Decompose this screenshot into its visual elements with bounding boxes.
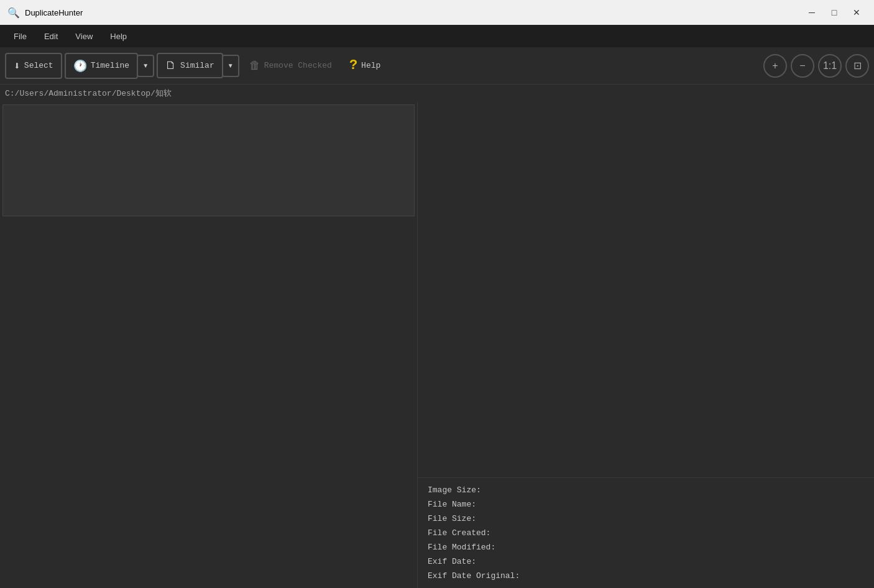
zoom-out-button[interactable]: −	[791, 54, 814, 78]
exif-date-original-label: Exif Date Original:	[428, 571, 864, 581]
file-created-label: File Created:	[428, 528, 864, 538]
zoom-reset-button[interactable]: 1:1	[818, 54, 842, 78]
left-panel	[0, 102, 418, 588]
trash-icon: 🗑	[249, 59, 260, 72]
menu-edit[interactable]: Edit	[35, 28, 67, 45]
file-modified-label: File Modified:	[428, 543, 864, 552]
similar-dropdown[interactable]: ▼	[222, 55, 239, 77]
help-icon: ?	[349, 58, 357, 73]
exif-date-label: Exif Date:	[428, 557, 864, 566]
remove-checked-label: Remove Checked	[264, 61, 332, 70]
app-title: DuplicateHunter	[25, 8, 83, 17]
help-button[interactable]: ? Help	[342, 53, 388, 78]
file-name-label: File Name:	[428, 500, 864, 509]
menu-bar: File Edit View Help	[0, 25, 874, 47]
image-preview-right	[418, 102, 874, 478]
path-bar: C:/Users/Administrator/Desktop/知软	[0, 85, 874, 102]
toolbar: ⬇ Select 🕐 Timeline ▼ 🗋 Similar ▼ 🗑 Remo…	[0, 47, 874, 85]
zoom-fit-button[interactable]: ⊡	[845, 54, 869, 78]
select-label: Select	[24, 61, 53, 70]
select-icon: ⬇	[14, 59, 21, 73]
title-bar: 🔍 DuplicateHunter ─ □ ✕	[0, 0, 874, 25]
remove-checked-button: 🗑 Remove Checked	[242, 54, 339, 77]
title-bar-controls: ─ □ ✕	[802, 4, 867, 21]
file-info-panel: Image Size: File Name: File Size: File C…	[418, 478, 874, 588]
timeline-dropdown[interactable]: ▼	[137, 55, 154, 77]
file-size-label: File Size:	[428, 514, 864, 523]
similar-button[interactable]: 🗋 Similar	[157, 53, 223, 78]
maximize-button[interactable]: □	[824, 4, 844, 21]
current-path: C:/Users/Administrator/Desktop/知软	[5, 88, 172, 99]
similar-icon: 🗋	[165, 59, 177, 72]
timeline-button[interactable]: 🕐 Timeline	[65, 53, 138, 79]
menu-help[interactable]: Help	[101, 28, 136, 45]
toolbar-right: + − 1:1 ⊡	[763, 54, 869, 78]
zoom-in-button[interactable]: +	[763, 54, 787, 78]
main-content: Image Size: File Name: File Size: File C…	[0, 102, 874, 588]
image-preview-top	[2, 104, 415, 216]
image-list-area[interactable]	[0, 219, 417, 588]
timeline-icon: 🕐	[73, 59, 87, 73]
right-panel: Image Size: File Name: File Size: File C…	[418, 102, 874, 588]
title-bar-left: 🔍 DuplicateHunter	[7, 6, 83, 19]
similar-label: Similar	[180, 61, 214, 70]
timeline-label: Timeline	[91, 61, 129, 70]
close-button[interactable]: ✕	[847, 4, 867, 21]
menu-view[interactable]: View	[67, 28, 101, 45]
select-button[interactable]: ⬇ Select	[5, 53, 62, 79]
menu-file[interactable]: File	[5, 28, 35, 45]
minimize-button[interactable]: ─	[802, 4, 822, 21]
help-label: Help	[361, 61, 380, 70]
app-icon: 🔍	[7, 6, 20, 19]
image-size-label: Image Size:	[428, 485, 864, 495]
